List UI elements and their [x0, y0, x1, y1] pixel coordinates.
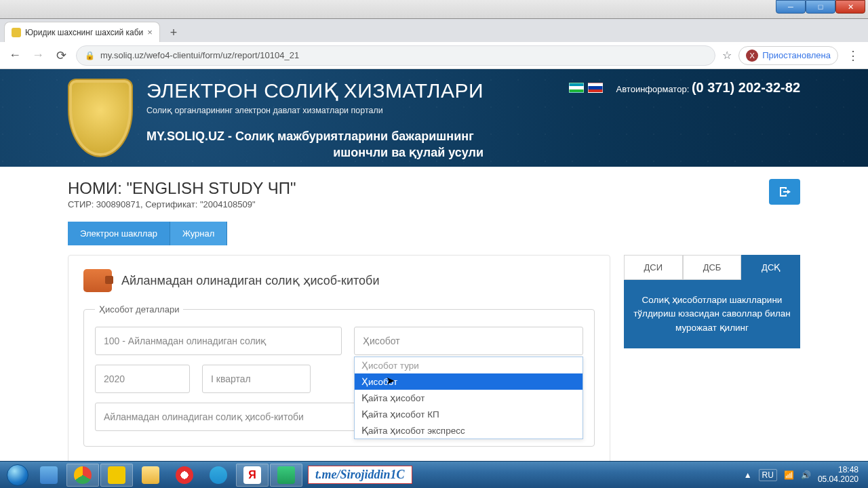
tray-clock[interactable]: 18:48 05.04.2020 [818, 466, 859, 483]
windows-taskbar: Я t.me/Sirojiddin1C ▲ RU 📶 🔊 18:48 05.04… [0, 461, 868, 488]
address-bar[interactable]: 🔒 my.soliq.uz/wefo4-clientui/form/uz/rep… [76, 45, 715, 66]
side-tab-dsb[interactable]: ДСБ [683, 255, 742, 280]
quarter-select[interactable]: I квартал [202, 365, 311, 393]
section-tabs: Электрон шакллар Журнал [68, 222, 800, 245]
report-kind-dropdown: Ҳисобот тури Ҳисобот ➤ Қайта ҳисобот Қай… [354, 357, 583, 439]
back-button[interactable]: ← [7, 47, 23, 64]
tab-journal[interactable]: Журнал [170, 222, 227, 245]
taskbar-app-misc[interactable] [270, 464, 302, 487]
company-meta: СТИР: 300890871, Сертификат: "2004108509… [68, 199, 296, 209]
url-text: my.soliq.uz/wefo4-clientui/form/uz/repor… [100, 50, 299, 60]
taskbar-app-1c[interactable] [100, 464, 133, 487]
profile-avatar: X [746, 49, 758, 62]
side-tab-dsk[interactable]: ДСҚ [741, 255, 800, 280]
taskbar-app-telegram[interactable] [202, 464, 235, 487]
dropdown-option-qayta-kp[interactable]: Қайта ҳисобот КП [355, 406, 583, 422]
page-content: ЭЛЕКТРОН СОЛИҚ ХИЗМАТЛАРИ Солиқ органлар… [0, 69, 868, 461]
secure-lock-icon: 🔒 [85, 51, 95, 60]
browser-tabstrip: Юридик шахснинг шахсий каби × + [0, 19, 868, 42]
browser-toolbar: ← → ⟳ 🔒 my.soliq.uz/wefo4-clientui/form/… [0, 42, 868, 69]
year-select[interactable]: 2020 [95, 365, 190, 393]
window-minimize-button[interactable]: ─ [776, 0, 806, 14]
taskbar-app-chrome[interactable] [66, 464, 99, 487]
taskbar-app-yandex[interactable]: Я [236, 464, 269, 487]
tab-electron-forms[interactable]: Электрон шакллар [68, 222, 170, 245]
tab-title: Юридик шахснинг шахсий каби [25, 28, 143, 37]
site-header: ЭЛЕКТРОН СОЛИҚ ХИЗМАТЛАРИ Солиқ органлар… [0, 69, 868, 167]
chrome-menu-button[interactable]: ⋮ [845, 47, 861, 64]
company-name: НОМИ: "ENGLISH STUDY ЧП" [68, 179, 296, 198]
site-subtitle: Солиқ органларининг электрон давлат хизм… [146, 105, 484, 115]
flag-ru-icon[interactable] [588, 83, 603, 93]
reload-button[interactable]: ⟳ [53, 47, 69, 64]
site-title: ЭЛЕКТРОН СОЛИҚ ХИЗМАТЛАРИ [146, 79, 484, 102]
profile-paused-label: Приостановлена [762, 50, 831, 60]
report-kind-select[interactable]: Ҳисобот [354, 327, 583, 355]
side-tab-dsi[interactable]: ДСИ [624, 255, 683, 280]
window-maximize-button[interactable]: □ [806, 0, 835, 14]
telegram-link-overlay[interactable]: t.me/Sirojiddin1C [308, 466, 412, 484]
taskbar-app-explorer[interactable] [33, 464, 65, 487]
fieldset-legend: Ҳисобот деталлари [95, 304, 183, 314]
sidebar-info-box: Солиқ ҳисоботлари шаклларини тўлдириш юз… [624, 280, 800, 348]
report-details-fieldset: Ҳисобот деталлари 100 - Айланмадан олина… [83, 304, 595, 447]
tray-language[interactable]: RU [759, 469, 777, 481]
dropdown-option-qayta[interactable]: Қайта ҳисобот [355, 390, 583, 406]
tray-volume-icon[interactable]: 🔊 [801, 470, 811, 480]
new-tab-button[interactable]: + [164, 23, 183, 42]
sidebar: ДСИ ДСБ ДСҚ Солиқ ҳисоботлари шаклларини… [624, 255, 800, 348]
site-slogan-1: MY.SOLIQ.UZ - Солиқ мажбуриятларини бажа… [146, 129, 484, 144]
flag-uz-icon[interactable] [569, 83, 584, 93]
system-tray: ▲ RU 📶 🔊 18:48 05.04.2020 [744, 466, 864, 483]
browser-tab[interactable]: Юридик шахснинг шахсий каби × [4, 22, 160, 42]
autoinformer-phone: Автоинформатор: (0 371) 202-32-82 [616, 80, 800, 96]
dropdown-option-hisobot[interactable]: Ҳисобот ➤ [355, 373, 583, 390]
taskbar-app-opera[interactable] [168, 464, 201, 487]
window-close-button[interactable]: ✕ [835, 0, 865, 14]
logout-button[interactable] [769, 179, 800, 205]
windows-orb-icon [7, 464, 28, 486]
bookmark-star-icon[interactable]: ☆ [722, 49, 732, 62]
tab-favicon [12, 28, 21, 37]
site-logo-badge [68, 79, 133, 157]
profile-paused-chip[interactable]: X Приостановлена [738, 46, 838, 65]
wallet-icon [83, 269, 112, 292]
dropdown-option-qayta-express[interactable]: Қайта ҳисобот экспресс [355, 422, 583, 439]
logout-icon [778, 186, 791, 198]
start-button[interactable] [4, 462, 31, 489]
tax-type-select[interactable]: 100 - Айланмадан олинадиган солиқ [95, 327, 342, 355]
report-panel: Айланмадан олинадиган солиқ ҳисоб-китоби… [68, 255, 610, 461]
tray-up-icon[interactable]: ▲ [744, 470, 752, 480]
taskbar-app-folder[interactable] [134, 464, 167, 487]
tab-close-icon[interactable]: × [147, 27, 153, 37]
dropdown-option-header: Ҳисобот тури [355, 357, 583, 373]
tray-network-icon[interactable]: 📶 [784, 470, 794, 480]
window-titlebar: ─ □ ✕ [0, 0, 868, 19]
site-slogan-2: ишончли ва қулай усули [146, 145, 484, 160]
panel-title: Айланмадан олинадиган солиқ ҳисоб-китоби [121, 273, 379, 288]
forward-button[interactable]: → [30, 47, 46, 64]
